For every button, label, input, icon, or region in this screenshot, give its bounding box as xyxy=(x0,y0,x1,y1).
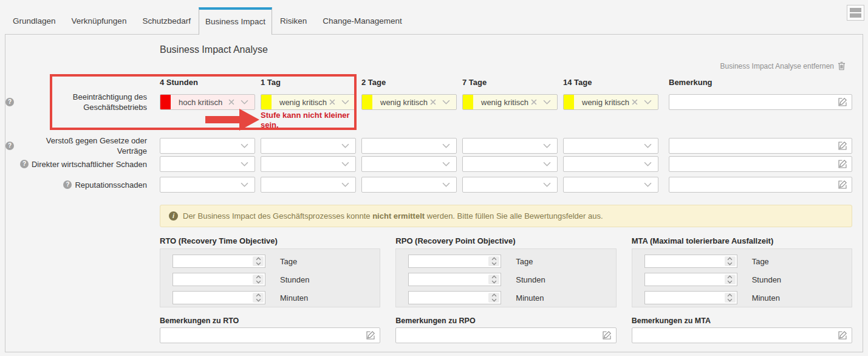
rto-stunden-input[interactable] xyxy=(173,273,265,286)
criticality-swatch xyxy=(463,95,473,109)
rto-stunden-stepper[interactable] xyxy=(253,275,264,284)
rto-section: RTO (Recovery Time Objective) Tage Stund… xyxy=(160,236,380,343)
rto-stunden-label: Stunden xyxy=(280,275,309,284)
select-reputation-4h[interactable] xyxy=(160,177,255,193)
select-beeintraechtigung-2t[interactable]: wenig kritisch xyxy=(361,94,457,110)
rpo-minuten-field[interactable] xyxy=(409,292,488,304)
tab-grundlagen[interactable]: Grundlagen xyxy=(5,16,64,34)
rpo-minuten-stepper[interactable] xyxy=(488,293,499,303)
mta-stunden-stepper[interactable] xyxy=(725,275,736,284)
select-verstoss-1t[interactable] xyxy=(261,138,356,154)
select-verstoss-14t[interactable] xyxy=(563,138,658,154)
select-beeintraechtigung-7t[interactable]: wenig kritisch xyxy=(462,94,558,110)
rto-minuten-stepper[interactable] xyxy=(253,293,264,303)
tab-verknuepfungen[interactable]: Verknüpfungen xyxy=(64,16,135,34)
tab-change-management[interactable]: Change-Management xyxy=(315,16,410,34)
chevron-down-icon[interactable] xyxy=(241,182,248,187)
chevron-down-icon[interactable] xyxy=(442,100,450,104)
mta-stunden-input[interactable] xyxy=(644,273,737,286)
chevron-down-icon[interactable] xyxy=(241,100,248,104)
rpo-stunden-input[interactable] xyxy=(408,273,501,286)
rto-tage-field[interactable] xyxy=(173,255,253,267)
rpo-remarks-input[interactable] xyxy=(395,327,616,343)
select-beeintraechtigung-1t[interactable]: wenig kritisch xyxy=(261,94,356,110)
chevron-down-icon[interactable] xyxy=(644,100,652,104)
chevron-down-icon[interactable] xyxy=(644,143,652,148)
chevron-down-icon[interactable] xyxy=(442,162,450,166)
chevron-down-icon[interactable] xyxy=(543,182,551,187)
chevron-down-icon[interactable] xyxy=(341,143,349,148)
select-beeintraechtigung-4h[interactable]: hoch kritisch xyxy=(160,94,255,110)
rpo-stunden-field[interactable] xyxy=(409,273,488,286)
mta-minuten-stepper[interactable] xyxy=(725,293,736,303)
chevron-down-icon[interactable] xyxy=(442,182,450,187)
tab-schutzbedarf[interactable]: Schutzbedarf xyxy=(134,16,199,34)
chevron-down-icon[interactable] xyxy=(341,100,349,104)
chevron-down-icon[interactable] xyxy=(543,162,551,166)
select-beeintraechtigung-14t[interactable]: wenig kritisch xyxy=(563,94,658,110)
select-schaden-7t[interactable] xyxy=(462,156,558,172)
chevron-down-icon[interactable] xyxy=(341,162,349,166)
help-icon[interactable] xyxy=(5,98,14,106)
select-schaden-14t[interactable] xyxy=(563,156,658,172)
rpo-minuten-input[interactable] xyxy=(408,291,501,304)
select-reputation-2t[interactable] xyxy=(361,177,457,193)
rpo-stunden-stepper[interactable] xyxy=(488,275,499,284)
help-icon[interactable] xyxy=(20,160,29,168)
chevron-down-icon[interactable] xyxy=(241,143,248,148)
clear-icon[interactable] xyxy=(430,99,436,105)
clear-icon[interactable] xyxy=(329,99,335,105)
select-schaden-2t[interactable] xyxy=(361,156,457,172)
select-reputation-1t[interactable] xyxy=(261,177,356,193)
rto-tage-input[interactable] xyxy=(173,255,265,268)
clear-icon[interactable] xyxy=(531,99,537,105)
chevron-down-icon[interactable] xyxy=(241,162,248,166)
edit-icon xyxy=(838,330,847,340)
chevron-down-icon[interactable] xyxy=(644,162,652,166)
help-icon[interactable] xyxy=(5,142,14,150)
chevron-down-icon[interactable] xyxy=(543,143,551,148)
mta-title: MTA (Maximal tolerierbare Ausfallzeit) xyxy=(632,236,852,245)
bemerkung-input-schaden[interactable] xyxy=(669,156,852,172)
chevron-down-icon[interactable] xyxy=(341,182,349,187)
row-label-beeintraechtigung: Beeinträchtigung des Geschäftsbetriebs xyxy=(5,92,154,112)
bemerkung-input-beeintraechtigung[interactable] xyxy=(669,94,852,110)
bemerkung-input-reputation[interactable] xyxy=(669,177,852,193)
rto-minuten-input[interactable] xyxy=(173,291,265,304)
info-icon xyxy=(169,211,178,221)
chevron-down-icon[interactable] xyxy=(442,143,450,148)
select-schaden-1t[interactable] xyxy=(261,156,356,172)
rto-tage-stepper[interactable] xyxy=(253,256,264,266)
mta-remarks-input[interactable] xyxy=(632,327,852,343)
select-verstoss-7t[interactable] xyxy=(462,138,558,154)
select-reputation-7t[interactable] xyxy=(462,177,558,193)
tab-risiken[interactable]: Risiken xyxy=(272,16,315,34)
rto-remarks-input[interactable] xyxy=(160,327,380,343)
select-verstoss-2t[interactable] xyxy=(361,138,457,154)
edit-icon xyxy=(366,330,375,340)
chevron-down-icon[interactable] xyxy=(543,100,551,104)
remove-bia-link[interactable]: Business Impact Analyse entfernen xyxy=(720,61,846,70)
help-icon[interactable] xyxy=(63,180,72,189)
mta-tage-field[interactable] xyxy=(645,255,725,267)
rpo-tage-input[interactable] xyxy=(408,255,501,268)
rto-minuten-field[interactable] xyxy=(173,292,253,304)
bemerkung-input-verstoss[interactable] xyxy=(669,138,852,154)
clear-icon[interactable] xyxy=(632,99,638,105)
chevron-down-icon[interactable] xyxy=(644,182,652,187)
clear-icon[interactable] xyxy=(228,99,234,105)
mta-tage-stepper[interactable] xyxy=(725,256,736,266)
mta-section: MTA (Maximal tolerierbare Ausfallzeit) T… xyxy=(632,236,852,343)
select-verstoss-4h[interactable] xyxy=(160,138,255,154)
tab-business-impact[interactable]: Business Impact xyxy=(199,7,272,35)
select-schaden-4h[interactable] xyxy=(160,156,255,172)
mta-minuten-input[interactable] xyxy=(644,291,737,304)
rpo-tage-stepper[interactable] xyxy=(488,256,499,266)
rpo-tage-field[interactable] xyxy=(409,255,488,267)
mta-stunden-field[interactable] xyxy=(645,273,725,286)
rto-stunden-field[interactable] xyxy=(173,273,253,286)
select-reputation-14t[interactable] xyxy=(563,177,658,193)
mta-tage-input[interactable] xyxy=(644,255,737,268)
mta-minuten-field[interactable] xyxy=(645,292,725,304)
objectives-section: RTO (Recovery Time Objective) Tage Stund… xyxy=(160,236,852,343)
